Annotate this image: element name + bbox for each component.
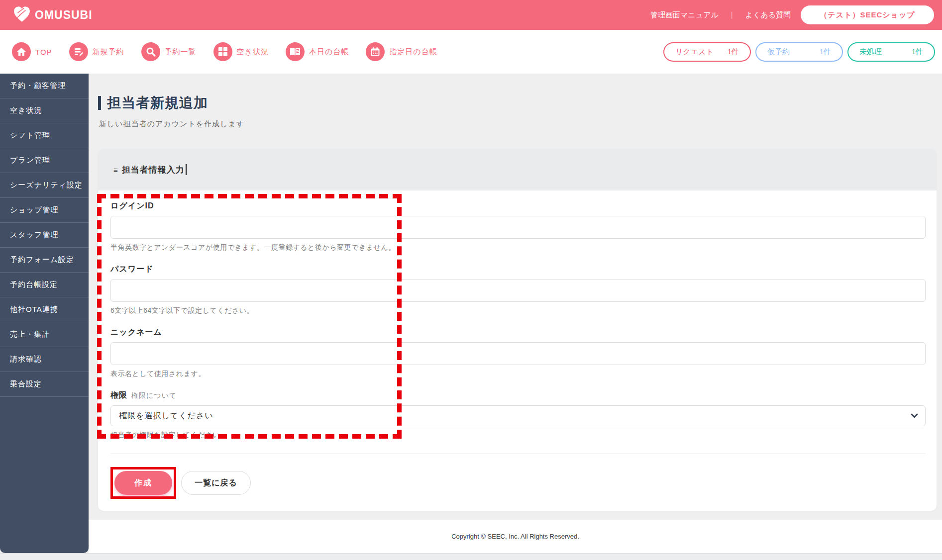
nickname-hint: 表示名として使用されます。	[110, 370, 926, 378]
password-field: パスワード 6文字以上64文字以下で設定してください。	[110, 264, 926, 315]
nav-item-top[interactable]: TOP	[12, 42, 52, 61]
faq-link[interactable]: よくある質問	[745, 10, 791, 20]
login-id-label: ログインID	[110, 201, 926, 211]
page-title: 担当者新規追加	[107, 93, 208, 112]
admin-manual-link[interactable]: 管理画面マニュアル	[650, 10, 719, 20]
nav-item-specified-date-ledger[interactable]: 指定日の台帳	[366, 42, 437, 61]
logo-text: OMUSUBI	[35, 8, 93, 22]
login-id-hint: 半角英数字とアンダースコアが使用できます。一度登録すると後から変更できません。	[110, 243, 926, 252]
sidebar-item-reservation-form[interactable]: 予約フォーム設定	[0, 248, 89, 273]
search-icon	[141, 42, 160, 61]
pending-count-badge[interactable]: 未処理 1件	[847, 42, 935, 62]
home-icon	[12, 42, 31, 61]
title-accent-bar	[98, 96, 101, 110]
heart-hands-logo-icon	[13, 6, 31, 24]
main-navbar: TOP 新規予約	[0, 30, 942, 74]
top-header: OMUSUBI 管理画面マニュアル ｜ よくある質問 （テスト）SEECショップ	[0, 0, 942, 30]
horizontal-scrollbar-track[interactable]	[0, 553, 942, 560]
sidebar-item-sales[interactable]: 売上・集計	[0, 322, 89, 347]
main-content: 担当者新規追加 新しい担当者のアカウントを作成します ≡ 担当者情報入力 ログイ…	[89, 74, 942, 520]
text-caret	[186, 164, 187, 175]
role-about-link[interactable]: 権限について	[131, 391, 177, 399]
nav-item-new-reservation[interactable]: 新規予約	[69, 42, 124, 61]
footer: Copyright © SEEC, Inc. All Rights Reserv…	[89, 520, 942, 553]
sidebar-item-billing[interactable]: 請求確認	[0, 347, 89, 372]
nav-item-availability[interactable]: 空き状況	[213, 42, 269, 61]
login-id-input[interactable]	[110, 216, 926, 239]
request-count: 1件	[728, 47, 739, 57]
role-label: 権限権限について	[110, 390, 926, 401]
password-hint: 6文字以上64文字以下で設定してください。	[110, 306, 926, 315]
sidebar-item-shift[interactable]: シフト管理	[0, 123, 89, 148]
sidebar-item-seasonality[interactable]: シーズナリティ設定	[0, 173, 89, 198]
card-body: ログインID 半角英数字とアンダースコアが使用できます。一度登録すると後から変更…	[98, 190, 937, 511]
pending-count: 1件	[912, 47, 923, 57]
page-subtitle: 新しい担当者のアカウントを作成します	[99, 119, 937, 129]
sidebar-item-reservation-customer[interactable]: 予約・顧客管理	[0, 74, 89, 98]
calendar-icon	[366, 42, 385, 61]
back-to-list-button[interactable]: 一覧に戻る	[181, 471, 251, 495]
card-title: 担当者情報入力	[122, 164, 185, 176]
list-icon: ≡	[113, 166, 118, 174]
role-select-value: 権限を選択してください	[119, 411, 213, 421]
role-field: 権限権限について 権限を選択してください 担当者の権限を設定してください。	[110, 390, 926, 440]
request-count-badge[interactable]: リクエスト 1件	[663, 42, 751, 62]
app-window: OMUSUBI 管理画面マニュアル ｜ よくある質問 （テスト）SEECショップ…	[0, 0, 942, 560]
nickname-input[interactable]	[110, 342, 926, 365]
login-id-field: ログインID 半角英数字とアンダースコアが使用できます。一度登録すると後から変更…	[110, 201, 926, 252]
staff-form-card: ≡ 担当者情報入力 ログインID 半角英数字とアンダースコアが使用できます。一度…	[98, 149, 937, 511]
chevron-down-icon	[911, 411, 918, 420]
tentative-count: 1件	[820, 47, 831, 57]
copyright-text: Copyright © SEEC, Inc. All Rights Reserv…	[451, 533, 579, 540]
shop-name-button[interactable]: （テスト）SEECショップ	[801, 5, 934, 24]
red-highlight-box: 作成	[110, 467, 176, 499]
nickname-field: ニックネーム 表示名として使用されます。	[110, 327, 926, 378]
sidebar-item-rideshare[interactable]: 乗合設定	[0, 372, 89, 397]
card-header: ≡ 担当者情報入力	[98, 149, 937, 190]
password-label: パスワード	[110, 264, 926, 275]
password-input[interactable]	[110, 279, 926, 302]
nickname-label: ニックネーム	[110, 327, 926, 338]
grid-icon	[213, 42, 232, 61]
book-icon	[286, 42, 305, 61]
new-reservation-icon	[69, 42, 88, 61]
sidebar-item-plan[interactable]: プラン管理	[0, 148, 89, 173]
sidebar: 予約・顧客管理 空き状況 シフト管理 プラン管理 シーズナリティ設定 ショップ管…	[0, 74, 89, 553]
role-select[interactable]: 権限を選択してください	[110, 405, 926, 426]
role-hint: 担当者の権限を設定してください。	[110, 431, 926, 440]
tentative-count-badge[interactable]: 仮予約 1件	[755, 42, 843, 62]
sidebar-item-ota[interactable]: 他社OTA連携	[0, 297, 89, 322]
create-button[interactable]: 作成	[114, 471, 172, 495]
sidebar-item-shop[interactable]: ショップ管理	[0, 198, 89, 223]
omusubi-logo[interactable]: OMUSUBI	[13, 6, 93, 24]
form-divider	[110, 454, 926, 454]
header-separator: ｜	[729, 10, 735, 19]
nav-item-reservation-list[interactable]: 予約一覧	[141, 42, 197, 61]
sidebar-item-staff[interactable]: スタッフ管理	[0, 223, 89, 248]
sidebar-item-availability[interactable]: 空き状況	[0, 98, 89, 123]
sidebar-item-ledger-settings[interactable]: 予約台帳設定	[0, 273, 89, 297]
nav-item-today-ledger[interactable]: 本日の台帳	[286, 42, 349, 61]
